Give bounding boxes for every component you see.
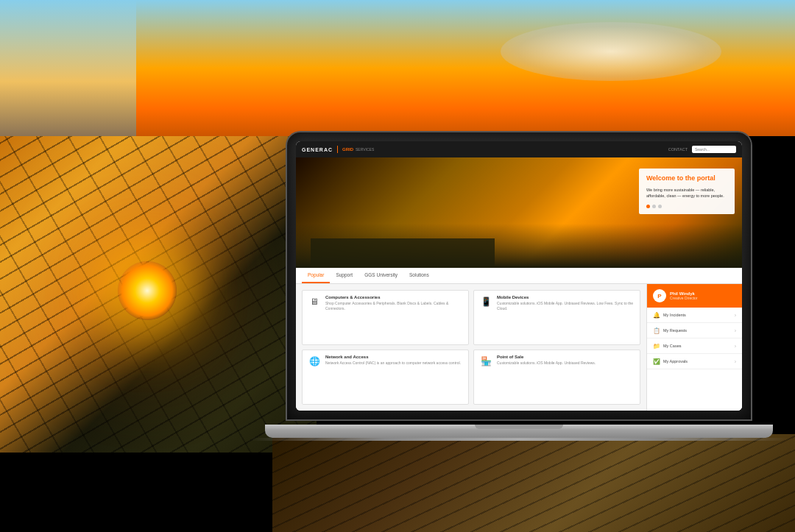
chevron-right-icon-4: › [735,359,736,364]
tile-pos-desc: Customizable solutions. iOS Mobile App. … [497,361,596,366]
bg-solar-main [0,136,317,453]
chevron-right-icon: › [735,313,736,318]
tab-support[interactable]: Support [330,268,358,283]
hero-banner: Welcome to the portal We bring more sust… [296,157,742,268]
tile-pos[interactable]: 🏪 Point of Sale Customizable solutions. … [473,350,640,405]
hero-dot-1[interactable] [646,205,650,208]
sidebar-menu: 🔔 My Incidents › 📋 My Requests › 📁 [647,308,742,411]
tile-network[interactable]: 🌐 Network and Access Network Access Cont… [302,350,469,405]
chevron-right-icon-2: › [735,328,736,333]
pos-icon: 🏪 [479,355,492,368]
sidebar-item-requests[interactable]: 📋 My Requests › [647,323,742,338]
sidebar-approvals-label: My Approvals [663,359,735,363]
tile-computers[interactable]: 🖥 Computers & Accessories Shop Computer … [302,290,469,345]
tile-network-desc: Network Access Control (NAC) is an appro… [325,361,461,366]
sidebar-item-cases[interactable]: 📁 My Cases › [647,338,742,354]
hero-card-title: Welcome to the portal [646,174,727,183]
laptop-frame: GENERAC GRID SERVICES CONTACT Welcome to… [287,132,751,438]
sidebar-item-approvals[interactable]: ✅ My Approvals › [647,354,742,369]
tile-mobile[interactable]: 📱 Mobile Devices Customizable solutions.… [473,290,640,345]
tile-computers-text: Computers & Accessories Shop Computer Ac… [325,295,463,311]
tiles-grid: 🖥 Computers & Accessories Shop Computer … [296,284,646,411]
tile-computers-title: Computers & Accessories [325,295,463,299]
mobile-icon: 📱 [479,295,492,308]
approvals-icon: ✅ [653,358,660,365]
laptop-screen: GENERAC GRID SERVICES CONTACT Welcome to… [296,141,742,411]
laptop-body: GENERAC GRID SERVICES CONTACT Welcome to… [287,132,751,419]
solar-glow [118,261,177,320]
logo-divider [337,146,338,153]
bg-top-left [0,0,136,136]
sidebar-item-incidents[interactable]: 🔔 My Incidents › [647,308,742,323]
user-info: Phil Windyk Creative Director [670,291,698,300]
search-input[interactable] [692,146,736,153]
navbar-contact[interactable]: CONTACT [668,147,688,152]
tab-ggs-university[interactable]: GGS University [358,268,403,283]
hero-dot-2[interactable] [652,205,656,208]
cases-icon: 📁 [653,342,660,350]
tile-pos-title: Point of Sale [497,355,596,359]
user-header: P Phil Windyk Creative Director [647,284,742,308]
laptop-base [265,425,773,438]
sidebar-panel: P Phil Windyk Creative Director 🔔 My Inc… [646,284,742,411]
screen-content: GENERAC GRID SERVICES CONTACT Welcome to… [296,141,742,411]
tile-network-title: Network and Access [325,355,461,359]
tile-mobile-desc: Customizable solutions. iOS Mobile App. … [497,301,635,311]
hero-buildings [296,224,742,268]
tile-mobile-text: Mobile Devices Customizable solutions. i… [497,295,635,311]
user-title: Creative Director [670,296,698,300]
chevron-right-icon-3: › [735,344,736,349]
tile-mobile-title: Mobile Devices [497,295,635,299]
hero-dot-3[interactable] [658,205,662,208]
tile-network-text: Network and Access Network Access Contro… [325,355,461,366]
incidents-icon: 🔔 [653,311,660,319]
network-icon: 🌐 [308,355,321,368]
hero-card-text: We bring more sustainable — reliable, af… [646,187,727,199]
bg-bottom-right [272,434,795,532]
logo-generac: GENERAC [302,147,333,152]
tab-popular[interactable]: Popular [302,268,330,283]
tab-solutions[interactable]: Solutions [403,268,435,283]
logo-grid-text: GRID [342,147,353,152]
user-avatar: P [653,289,666,302]
sidebar-requests-label: My Requests [663,328,735,333]
sidebar-incidents-label: My Incidents [663,313,735,317]
sky-cloud [501,22,721,81]
navbar: GENERAC GRID SERVICES CONTACT [296,141,742,157]
bg-sky [136,0,795,136]
tabs-bar: Popular Support GGS University Solutions [296,268,742,284]
tile-pos-text: Point of Sale Customizable solutions. iO… [497,355,596,366]
hero-dots [646,205,727,208]
navbar-logo: GENERAC GRID SERVICES [302,146,374,153]
hero-card: Welcome to the portal We bring more sust… [639,169,735,214]
sidebar-cases-label: My Cases [663,344,735,348]
main-area: 🖥 Computers & Accessories Shop Computer … [296,284,742,411]
requests-icon: 📋 [653,327,660,334]
tile-computers-desc: Shop Computer Accessories & Peripherals.… [325,301,463,311]
computers-icon: 🖥 [308,295,321,308]
logo-services-text: SERVICES [356,147,374,152]
